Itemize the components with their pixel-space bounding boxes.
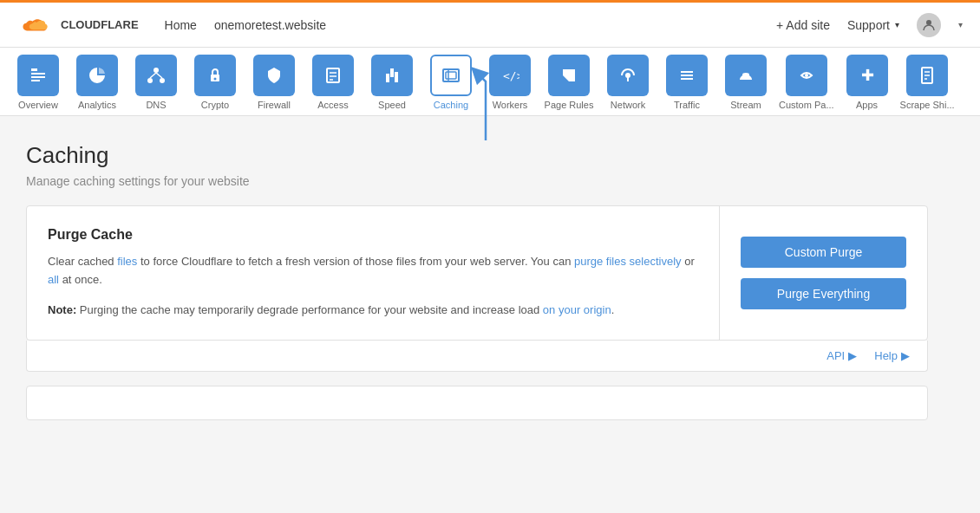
network-label: Network — [611, 100, 645, 110]
brand-name: CLOUDFLARE — [61, 18, 139, 31]
nav-traffic[interactable]: Traffic — [661, 55, 713, 115]
caching-label: Caching — [434, 100, 468, 110]
svg-point-29 — [742, 73, 749, 76]
stream-label: Stream — [730, 100, 761, 110]
logo-area: CLOUDFLARE — [17, 12, 139, 38]
main-content: Caching Manage caching settings for your… — [0, 116, 954, 438]
nav-custom-pages[interactable]: Custom Pa... — [779, 55, 834, 115]
svg-marker-16 — [390, 68, 394, 77]
dns-icon — [135, 55, 177, 96]
crypto-label: Crypto — [201, 100, 229, 110]
nav-crypto[interactable]: Crypto — [189, 55, 241, 115]
origin-link[interactable]: on your origin — [543, 303, 611, 316]
user-chevron-icon: ▾ — [958, 20, 963, 29]
svg-rect-3 — [31, 76, 45, 78]
cloudflare-logo — [17, 12, 56, 38]
top-right: + Add site Support ▾ ▾ — [776, 13, 963, 37]
nav-analytics[interactable]: Analytics — [71, 55, 123, 115]
purge-note: Note: Purging the cache may temporarily … — [48, 302, 698, 320]
custom-pages-label: Custom Pa... — [779, 100, 834, 110]
svg-point-6 — [147, 78, 153, 83]
nav-page-rules[interactable]: Page Rules — [543, 55, 595, 115]
note-text: Purging the cache may temporarily degrad… — [80, 303, 543, 316]
api-arrow-icon: ▶ — [848, 349, 857, 362]
api-link[interactable]: API ▶ — [826, 349, 857, 362]
nav-workers[interactable]: </> Workers — [484, 55, 536, 115]
stream-icon — [725, 55, 767, 96]
icon-nav: Overview Analytics DNS Crypto Firewall A… — [0, 48, 980, 116]
svg-rect-1 — [31, 68, 37, 71]
svg-text:</>: </> — [503, 69, 519, 82]
analytics-icon — [76, 55, 118, 96]
selectively-link[interactable]: purge files selectively — [574, 255, 682, 268]
svg-point-30 — [805, 74, 808, 77]
svg-rect-2 — [31, 73, 45, 75]
page-rules-icon — [548, 55, 590, 96]
svg-marker-17 — [386, 74, 389, 82]
note-label: Note: — [48, 303, 76, 316]
svg-rect-4 — [31, 80, 40, 81]
help-link[interactable]: Help ▶ — [874, 349, 910, 362]
home-link[interactable]: Home — [165, 18, 197, 32]
purge-cache-description: Clear cached files to force Cloudflare t… — [48, 253, 698, 289]
svg-line-8 — [150, 73, 156, 78]
svg-marker-23 — [563, 69, 575, 81]
help-arrow-icon: ▶ — [901, 349, 910, 362]
nav-network[interactable]: Network — [602, 55, 654, 115]
purge-cache-left: Purge Cache Clear cached files to force … — [27, 206, 719, 340]
nav-overview[interactable]: Overview — [12, 55, 64, 115]
add-site-button[interactable]: + Add site — [776, 18, 830, 32]
nav-scrape-shield[interactable]: Scrape Shi... — [900, 55, 955, 115]
all-link[interactable]: all — [48, 273, 59, 286]
nav-firewall[interactable]: Firewall — [248, 55, 300, 115]
files-link[interactable]: files — [117, 255, 137, 268]
nav-apps[interactable]: ✚ Apps — [841, 55, 893, 115]
nav-caching[interactable]: Caching — [425, 55, 477, 115]
purge-cache-title: Purge Cache — [48, 227, 698, 243]
network-icon — [607, 55, 649, 96]
scrape-shield-label: Scrape Shi... — [900, 100, 955, 110]
caching-icon — [430, 55, 472, 96]
svg-rect-20 — [446, 72, 456, 79]
speed-label: Speed — [378, 100, 406, 110]
firewall-icon — [253, 55, 295, 96]
access-icon — [312, 55, 354, 96]
support-button[interactable]: Support ▾ — [847, 18, 899, 32]
traffic-label: Traffic — [674, 100, 700, 110]
purge-cache-right: Custom Purge Purge Everything — [719, 206, 927, 340]
additional-card — [26, 386, 928, 420]
topbar: CLOUDFLARE Home onemoretest.website + Ad… — [0, 0, 980, 48]
purge-everything-button[interactable]: Purge Everything — [741, 278, 906, 309]
traffic-icon — [666, 55, 708, 96]
user-avatar[interactable] — [917, 13, 941, 37]
svg-point-11 — [214, 78, 217, 81]
custom-pages-icon — [786, 55, 827, 96]
nav-access[interactable]: Access — [307, 55, 359, 115]
svg-text:✚: ✚ — [861, 67, 874, 84]
domain-link[interactable]: onemoretest.website — [214, 18, 326, 32]
speed-icon — [371, 55, 413, 96]
nav-speed[interactable]: Speed — [366, 55, 418, 115]
svg-line-9 — [156, 73, 162, 78]
apps-label: Apps — [856, 100, 878, 110]
page-subtitle: Manage caching settings for your website — [26, 174, 928, 188]
purge-cache-card: Purge Cache Clear cached files to force … — [26, 205, 928, 341]
nav-stream[interactable]: Stream — [720, 55, 772, 115]
card-footer: API ▶ Help ▶ — [26, 341, 928, 372]
analytics-label: Analytics — [78, 100, 116, 110]
workers-icon: </> — [489, 55, 531, 96]
page-rules-label: Page Rules — [545, 100, 594, 110]
svg-marker-18 — [395, 72, 398, 82]
custom-purge-button[interactable]: Custom Purge — [741, 237, 906, 268]
svg-point-5 — [154, 68, 159, 73]
svg-point-0 — [926, 20, 931, 25]
firewall-label: Firewall — [258, 100, 291, 110]
dns-label: DNS — [146, 100, 166, 110]
top-nav: Home onemoretest.website — [165, 18, 777, 32]
apps-icon: ✚ — [846, 55, 888, 96]
crypto-icon — [194, 55, 236, 96]
nav-dns[interactable]: DNS — [130, 55, 182, 115]
workers-label: Workers — [493, 100, 528, 110]
access-label: Access — [317, 100, 348, 110]
support-chevron-icon: ▾ — [895, 20, 899, 29]
